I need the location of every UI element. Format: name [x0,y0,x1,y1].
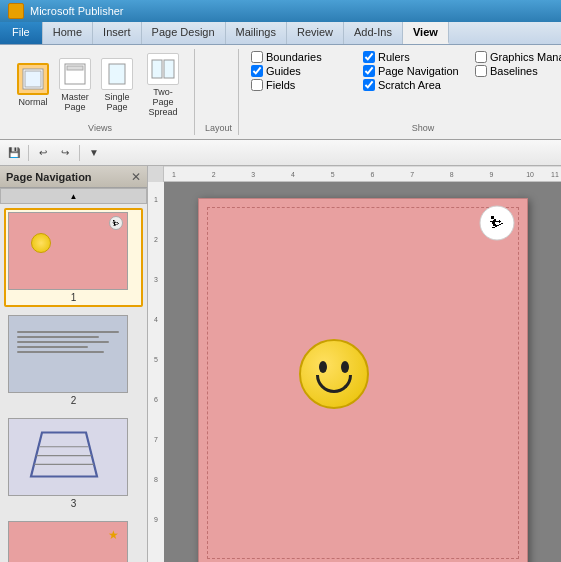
check-fields[interactable]: Fields [251,79,351,91]
nav-page-num-3: 3 [8,498,139,509]
view-master-button[interactable]: MasterPage [56,56,94,114]
view-normal-button[interactable]: Normal [14,61,52,109]
views-group-label: Views [88,123,112,133]
tab-mailings[interactable]: Mailings [226,22,287,44]
toolbar-separator-1 [28,145,29,161]
app-icon [8,3,24,19]
guides-checkbox[interactable] [251,65,263,77]
guides-label: Guides [266,65,301,77]
check-graphics-manager[interactable]: Graphics Manager [475,51,561,63]
nav-panel-header: Page Navigation ✕ [0,166,147,188]
view-single-button[interactable]: SinglePage [98,56,136,114]
ribbon-group-layout: Layout [199,49,239,135]
canvas-body: 1 2 3 4 5 6 7 8 9 [148,182,561,562]
ribbon-tab-bar: File Home Insert Page Design Mailings Re… [0,22,561,45]
svg-text:11: 11 [551,171,559,178]
show-group-label: Show [412,123,435,133]
tab-page-design[interactable]: Page Design [142,22,226,44]
check-boundaries[interactable]: Boundaries [251,51,351,63]
scratch-area-checkbox[interactable] [363,79,375,91]
check-guides[interactable]: Guides [251,65,351,77]
nav-pages: ⛷ 1 2 [0,204,147,562]
twopage-icon [147,53,179,85]
svg-text:5: 5 [154,356,158,363]
ribbon-group-views: Normal MasterPage SinglePage [6,49,195,135]
boundaries-checkbox[interactable] [251,51,263,63]
svg-text:1: 1 [172,171,176,178]
toolbar-separator-2 [79,145,80,161]
single-label: SinglePage [104,92,129,112]
nav-panel: Page Navigation ✕ ▲ ⛷ 1 [0,166,148,562]
ribbon: File Home Insert Page Design Mailings Re… [0,22,561,140]
layout-group-label: Layout [205,123,232,133]
svg-text:7: 7 [154,436,158,443]
rulers-label: Rulers [378,51,410,63]
svg-text:2: 2 [154,236,158,243]
ruler-corner [148,166,164,182]
master-label: MasterPage [61,92,89,112]
v-ruler: 1 2 3 4 5 6 7 8 9 [148,182,164,562]
svg-rect-5 [152,60,162,78]
graphics-manager-label: Graphics Manager [490,51,561,63]
nav-page-2[interactable]: 2 [4,311,143,410]
nav-panel-close-button[interactable]: ✕ [131,170,141,184]
nav-page-4[interactable]: STAMP ★ 4 [4,517,143,562]
tab-view[interactable]: View [403,22,449,44]
smiley-object[interactable] [299,339,369,409]
svg-text:5: 5 [331,171,335,178]
ribbon-content: Normal MasterPage SinglePage [0,45,561,139]
svg-text:6: 6 [370,171,374,178]
views-buttons: Normal MasterPage SinglePage [14,51,186,133]
svg-text:3: 3 [251,171,255,178]
nav-page-1[interactable]: ⛷ 1 [4,208,143,307]
boundaries-label: Boundaries [266,51,322,63]
thumb-skier-1: ⛷ [109,216,123,230]
svg-text:8: 8 [450,171,454,178]
canvas-viewport[interactable]: ⛷ [164,182,561,562]
h-ruler: 1 2 3 4 5 6 7 8 9 10 11 [148,166,561,182]
tab-review[interactable]: Review [287,22,344,44]
tab-file[interactable]: File [0,22,43,44]
tab-insert[interactable]: Insert [93,22,142,44]
svg-rect-11 [164,166,561,181]
tab-home[interactable]: Home [43,22,93,44]
rulers-checkbox[interactable] [363,51,375,63]
smiley-smile [316,375,352,393]
undo-button[interactable]: ↩ [33,143,53,163]
thumb-smiley-1 [31,233,51,253]
title-bar: Microsoft Publisher [0,0,561,22]
save-button[interactable]: 💾 [4,143,24,163]
fields-checkbox[interactable] [251,79,263,91]
main-area: Page Navigation ✕ ▲ ⛷ 1 [0,166,561,562]
baselines-label: Baselines [490,65,538,77]
svg-text:3: 3 [154,276,158,283]
check-page-navigation[interactable]: Page Navigation [363,65,463,77]
page-canvas: ⛷ [198,198,528,562]
svg-text:2: 2 [212,171,216,178]
check-baselines[interactable]: Baselines [475,65,555,77]
check-scratch-area[interactable]: Scratch Area [363,79,463,91]
page-navigation-checkbox[interactable] [363,65,375,77]
nav-panel-title: Page Navigation [6,171,92,183]
baselines-checkbox[interactable] [475,65,487,77]
svg-text:4: 4 [291,171,295,178]
check-rulers[interactable]: Rulers [363,51,463,63]
redo-button[interactable]: ↪ [55,143,75,163]
svg-text:10: 10 [526,171,534,178]
options-button[interactable]: ▼ [84,143,104,163]
smiley-eye-left [319,361,327,373]
view-twopage-button[interactable]: Two-PageSpread [140,51,186,119]
graphics-manager-checkbox[interactable] [475,51,487,63]
svg-rect-1 [25,71,41,87]
svg-rect-3 [67,66,83,70]
ribbon-group-show: Boundaries Rulers Graphics Manager Guide… [243,49,561,135]
skier-object[interactable]: ⛷ [479,205,515,241]
svg-text:6: 6 [154,396,158,403]
svg-rect-6 [164,60,174,78]
twopage-label: Two-PageSpread [144,87,182,117]
show-checks: Boundaries Rulers Graphics Manager Guide… [251,51,561,105]
nav-page-3[interactable]: 3 [4,414,143,513]
thumb-lines-2 [17,331,119,356]
tab-add-ins[interactable]: Add-Ins [344,22,403,44]
nav-scroll-up[interactable]: ▲ [0,188,147,204]
